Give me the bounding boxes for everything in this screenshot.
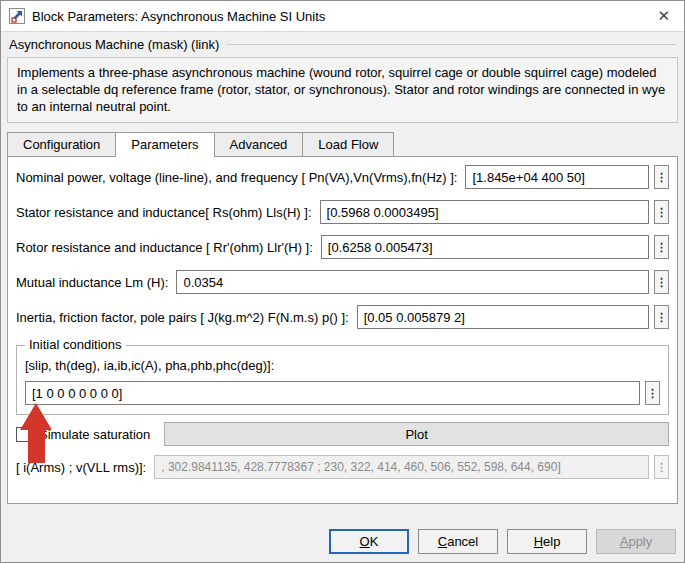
ok-rest: K: [370, 534, 379, 549]
simulate-saturation-label: Simulate saturation: [39, 427, 150, 442]
param-options-button[interactable]: ⋮: [654, 200, 669, 224]
arrow-head: [20, 403, 52, 430]
param-options-button[interactable]: ⋮: [645, 381, 660, 405]
block-parameters-icon: [9, 8, 25, 24]
initial-conditions-group: Initial conditions [slip, th(deg), ia,ib…: [16, 345, 669, 415]
rotor-resistance-input[interactable]: [321, 235, 649, 259]
initial-conditions-row: ⋮: [25, 381, 660, 405]
stator-resistance-input[interactable]: [320, 200, 649, 224]
title-bar: Block Parameters: Asynchronous Machine S…: [1, 1, 684, 32]
apply-rest: pply: [628, 534, 652, 549]
cancel-button[interactable]: Cancel: [418, 529, 498, 554]
tab-advanced[interactable]: Advanced: [214, 132, 304, 156]
param-row-stator: Stator resistance and inductance[ Rs(ohm…: [16, 200, 669, 224]
initial-conditions-label: [slip, th(deg), ia,ib,ic(A), pha,phb,phc…: [25, 358, 660, 373]
tab-bar: Configuration Parameters Advanced Load F…: [7, 132, 684, 156]
cancel-rest: ancel: [447, 534, 478, 549]
param-row-inertia: Inertia, friction factor, pole pairs [ J…: [16, 305, 669, 329]
divider: [227, 44, 676, 45]
inertia-input[interactable]: [357, 305, 649, 329]
mask-header: Asynchronous Machine (mask) (link): [9, 37, 676, 52]
param-options-button[interactable]: ⋮: [654, 235, 669, 259]
parameters-panel: Nominal power, voltage (line-line), and …: [7, 156, 678, 504]
param-row-rotor: Rotor resistance and inductance [ Rr'(oh…: [16, 235, 669, 259]
apply-button: Apply: [596, 529, 676, 554]
initial-conditions-input[interactable]: [25, 381, 640, 405]
help-rest: elp: [543, 534, 560, 549]
cancel-key: C: [438, 534, 447, 549]
tab-configuration[interactable]: Configuration: [7, 132, 116, 156]
block-parameters-dialog: Block Parameters: Asynchronous Machine S…: [0, 0, 685, 563]
param-options-button[interactable]: ⋮: [654, 270, 669, 294]
param-label: Mutual inductance Lm (H):: [16, 275, 168, 290]
group-title: Initial conditions: [25, 337, 126, 352]
block-description: Implements a three-phase asynchronous ma…: [7, 57, 678, 123]
tab-parameters[interactable]: Parameters: [115, 132, 214, 157]
plot-button[interactable]: Plot: [164, 422, 669, 446]
param-row-mutual: Mutual inductance Lm (H): ⋮: [16, 270, 669, 294]
close-icon[interactable]: ✕: [651, 5, 676, 27]
help-key: H: [534, 534, 543, 549]
mask-header-label: Asynchronous Machine (mask) (link): [9, 37, 219, 52]
param-label: Nominal power, voltage (line-line), and …: [16, 170, 457, 185]
annotation-arrow-icon: [20, 403, 52, 463]
param-options-button[interactable]: ⋮: [654, 165, 669, 189]
ok-key: O: [360, 534, 370, 549]
arrow-stem: [28, 430, 45, 463]
param-options-button-disabled: ⋮: [654, 455, 669, 479]
param-label: Stator resistance and inductance[ Rs(ohm…: [16, 205, 312, 220]
dialog-footer: OK Cancel Help Apply: [329, 529, 676, 554]
window-title: Block Parameters: Asynchronous Machine S…: [32, 9, 651, 24]
tab-load-flow[interactable]: Load Flow: [302, 132, 394, 156]
mutual-inductance-input[interactable]: [176, 270, 649, 294]
param-options-button[interactable]: ⋮: [654, 305, 669, 329]
help-button[interactable]: Help: [507, 529, 587, 554]
nominal-power-input[interactable]: [465, 165, 649, 189]
ok-button[interactable]: OK: [329, 529, 409, 554]
saturation-values-row: [ i(Arms) ; v(VLL rms)]: ⋮: [16, 455, 669, 479]
param-label: Inertia, friction factor, pole pairs [ J…: [16, 310, 349, 325]
param-row-nominal: Nominal power, voltage (line-line), and …: [16, 165, 669, 189]
saturation-values-input: [154, 455, 649, 479]
param-label: Rotor resistance and inductance [ Rr'(oh…: [16, 240, 313, 255]
simulate-saturation-row: Simulate saturation Plot: [16, 422, 669, 446]
